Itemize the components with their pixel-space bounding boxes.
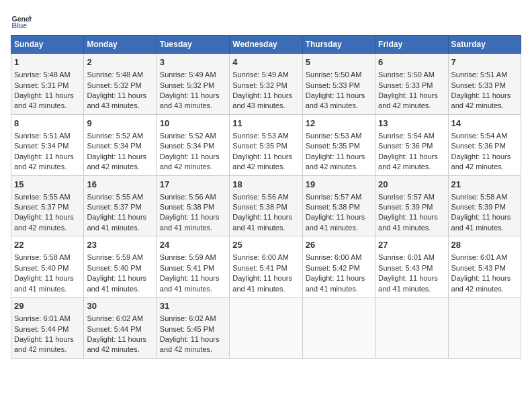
day-info-line: Daylight: 11 hours [87,334,153,345]
day-info-line: and 41 minutes. [306,223,372,233]
day-number: 9 [87,118,153,130]
day-info-line: Daylight: 11 hours [378,91,445,101]
day-number: 10 [160,118,226,130]
header-day: Saturday [448,36,521,54]
day-info-line: Sunset: 5:32 PM [160,81,226,91]
day-info-line: Sunset: 5:32 PM [232,81,299,91]
day-info-line: Sunset: 5:38 PM [306,202,372,212]
day-info-line: Daylight: 11 hours [14,91,81,101]
calendar-cell: 1Sunrise: 5:48 AMSunset: 5:31 PMDaylight… [11,54,84,115]
day-info-line: and 42 minutes. [232,162,299,172]
day-info-line: Sunrise: 5:57 AM [378,192,445,202]
day-info-line: and 42 minutes. [14,162,81,172]
day-info-line: Sunrise: 6:01 AM [451,253,518,263]
day-info-line: Sunrise: 6:02 AM [160,314,226,324]
day-info-line: Sunset: 5:36 PM [451,141,518,151]
day-number: 28 [451,239,518,251]
day-info-line: Sunset: 5:40 PM [87,263,153,273]
day-info-line: Sunset: 5:34 PM [14,141,81,151]
day-info-line: Sunset: 5:45 PM [160,324,226,334]
day-info-line: and 42 minutes. [160,345,226,355]
header-day: Wednesday [230,36,302,54]
day-info-line: and 42 minutes. [378,162,445,172]
svg-text:Blue: Blue [12,22,28,30]
day-info-line: and 43 minutes. [232,101,299,111]
calendar-cell: 15Sunrise: 5:55 AMSunset: 5:37 PMDayligh… [11,175,84,236]
day-number: 4 [232,56,299,68]
day-info-line: Sunset: 5:34 PM [87,141,153,151]
day-info-line: Daylight: 11 hours [160,334,226,345]
day-info-line: Sunset: 5:43 PM [451,263,518,273]
day-number: 15 [14,179,81,191]
day-info-line: Sunset: 5:34 PM [160,141,226,151]
calendar-cell [230,298,302,359]
day-number: 20 [378,179,445,191]
day-info-line: Sunrise: 5:56 AM [232,192,299,202]
day-info-line: and 41 minutes. [232,223,299,233]
day-info-line: Daylight: 11 hours [306,152,372,162]
day-number: 7 [451,56,518,68]
day-info-line: Sunrise: 6:00 AM [306,253,372,263]
day-info-line: Daylight: 11 hours [87,91,153,101]
day-number: 17 [160,179,226,191]
calendar-cell: 6Sunrise: 5:50 AMSunset: 5:33 PMDaylight… [375,54,448,115]
day-number: 18 [232,179,299,191]
day-info-line: Daylight: 11 hours [451,152,518,162]
day-info-line: Daylight: 11 hours [160,152,226,162]
day-info-line: Sunset: 5:35 PM [232,141,299,151]
calendar-table: SundayMondayTuesdayWednesdayThursdayFrid… [11,35,521,359]
day-info-line: and 42 minutes. [87,162,153,172]
calendar-cell [448,298,521,359]
calendar-body: 1Sunrise: 5:48 AMSunset: 5:31 PMDaylight… [11,54,521,359]
calendar-cell: 21Sunrise: 5:58 AMSunset: 5:39 PMDayligh… [448,175,521,236]
calendar-cell: 11Sunrise: 5:53 AMSunset: 5:35 PMDayligh… [230,114,302,175]
header-row: SundayMondayTuesdayWednesdayThursdayFrid… [11,36,521,54]
day-info-line: Sunrise: 5:58 AM [14,253,81,263]
day-info-line: and 42 minutes. [87,345,153,355]
header-day: Thursday [302,36,375,54]
day-info-line: Sunrise: 5:49 AM [232,70,299,80]
day-info-line: Daylight: 11 hours [87,152,153,162]
day-info-line: Sunrise: 5:54 AM [378,131,445,141]
day-number: 27 [378,239,445,251]
day-info-line: Sunrise: 5:58 AM [451,192,518,202]
day-info-line: Daylight: 11 hours [378,212,445,222]
day-number: 19 [306,179,372,191]
calendar-cell: 16Sunrise: 5:55 AMSunset: 5:37 PMDayligh… [84,175,157,236]
day-info-line: Sunset: 5:35 PM [306,141,372,151]
calendar-cell: 4Sunrise: 5:49 AMSunset: 5:32 PMDaylight… [230,54,302,115]
day-info-line: Sunset: 5:38 PM [232,202,299,212]
calendar-cell: 28Sunrise: 6:01 AMSunset: 5:43 PMDayligh… [448,236,521,298]
calendar-cell: 31Sunrise: 6:02 AMSunset: 5:45 PMDayligh… [157,298,229,359]
day-info-line: Sunrise: 5:53 AM [306,131,372,141]
day-info-line: Sunset: 5:38 PM [160,202,226,212]
day-info-line: Daylight: 11 hours [306,212,372,222]
day-number: 31 [160,300,226,312]
day-info-line: Sunrise: 6:00 AM [232,253,299,263]
day-info-line: and 41 minutes. [160,284,226,294]
day-info-line: Sunset: 5:33 PM [378,81,445,91]
calendar-cell [375,298,448,359]
day-info-line: Sunrise: 5:52 AM [160,131,226,141]
day-number: 11 [232,118,299,130]
day-number: 22 [14,239,81,251]
day-info-line: Sunset: 5:44 PM [14,324,81,334]
header-day: Tuesday [157,36,229,54]
day-info-line: Sunset: 5:32 PM [87,81,153,91]
calendar-cell: 13Sunrise: 5:54 AMSunset: 5:36 PMDayligh… [375,114,448,175]
day-info-line: Sunset: 5:33 PM [306,81,372,91]
header-day: Monday [84,36,157,54]
day-info-line: Sunrise: 5:49 AM [160,70,226,80]
day-info-line: Daylight: 11 hours [306,91,372,101]
calendar-header: SundayMondayTuesdayWednesdayThursdayFrid… [11,36,521,54]
day-number: 29 [14,300,81,312]
day-info-line: Sunset: 5:41 PM [160,263,226,273]
calendar-cell: 7Sunrise: 5:51 AMSunset: 5:33 PMDaylight… [448,54,521,115]
day-info-line: and 42 minutes. [451,101,518,111]
calendar-cell: 26Sunrise: 6:00 AMSunset: 5:42 PMDayligh… [302,236,375,298]
day-number: 13 [378,118,445,130]
day-info-line: Daylight: 11 hours [87,273,153,283]
day-info-line: Sunset: 5:41 PM [232,263,299,273]
calendar-week-row: 29Sunrise: 6:01 AMSunset: 5:44 PMDayligh… [11,298,521,359]
calendar-cell: 29Sunrise: 6:01 AMSunset: 5:44 PMDayligh… [11,298,84,359]
